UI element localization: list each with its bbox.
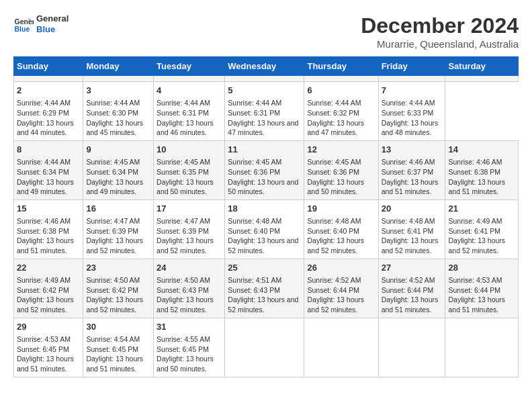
col-header-tuesday: Tuesday <box>154 57 225 76</box>
calendar-cell: 13Sunrise: 4:46 AMSunset: 6:37 PMDayligh… <box>378 140 445 199</box>
daylight-text: Daylight: 13 hours and 51 minutes. <box>17 236 74 255</box>
sunset-text: Sunset: 6:36 PM <box>307 168 359 176</box>
sunset-text: Sunset: 6:35 PM <box>157 168 209 176</box>
calendar-cell <box>225 76 304 82</box>
day-number: 23 <box>86 262 150 274</box>
day-number: 2 <box>17 85 80 97</box>
calendar-cell: 27Sunrise: 4:52 AMSunset: 6:44 PMDayligh… <box>378 259 445 318</box>
day-number: 20 <box>382 203 443 215</box>
calendar-cell <box>304 76 378 82</box>
calendar-cell: 23Sunrise: 4:50 AMSunset: 6:42 PMDayligh… <box>83 259 154 318</box>
sunset-text: Sunset: 6:42 PM <box>17 286 69 294</box>
sunset-text: Sunset: 6:32 PM <box>307 109 359 117</box>
daylight-text: Daylight: 13 hours and 51 minutes. <box>382 295 439 314</box>
sunset-text: Sunset: 6:33 PM <box>382 109 434 117</box>
daylight-text: Daylight: 13 hours and 52 minutes. <box>307 295 364 314</box>
calendar-week-2: 2Sunrise: 4:44 AMSunset: 6:29 PMDaylight… <box>14 82 519 141</box>
calendar-cell: 6Sunrise: 4:44 AMSunset: 6:32 PMDaylight… <box>304 82 378 141</box>
daylight-text: Daylight: 13 hours and 52 minutes. <box>448 236 505 255</box>
page-subtitle: Murarrie, Queensland, Australia <box>361 38 519 50</box>
sunrise-text: Sunrise: 4:44 AM <box>228 99 281 107</box>
daylight-text: Daylight: 13 hours and 47 minutes. <box>307 119 364 137</box>
daylight-text: Daylight: 13 hours and 51 minutes. <box>448 178 505 196</box>
day-number: 17 <box>157 203 222 215</box>
sunset-text: Sunset: 6:43 PM <box>157 286 209 294</box>
calendar-cell <box>154 76 225 82</box>
sunset-text: Sunset: 6:39 PM <box>157 227 209 235</box>
calendar-week-4: 15Sunrise: 4:46 AMSunset: 6:38 PMDayligh… <box>14 199 519 259</box>
sunrise-text: Sunrise: 4:45 AM <box>157 158 210 166</box>
sunrise-text: Sunrise: 4:46 AM <box>382 158 435 166</box>
day-number: 21 <box>448 203 515 215</box>
sunrise-text: Sunrise: 4:53 AM <box>17 335 71 343</box>
sunrise-text: Sunrise: 4:54 AM <box>86 335 140 343</box>
daylight-text: Daylight: 13 hours and 51 minutes. <box>17 355 74 373</box>
sunset-text: Sunset: 6:29 PM <box>17 109 69 117</box>
calendar-week-1 <box>14 76 519 82</box>
sunset-text: Sunset: 6:36 PM <box>228 168 280 176</box>
calendar-cell: 2Sunrise: 4:44 AMSunset: 6:29 PMDaylight… <box>14 82 83 141</box>
sunrise-text: Sunrise: 4:45 AM <box>228 158 281 166</box>
calendar-cell: 16Sunrise: 4:47 AMSunset: 6:39 PMDayligh… <box>83 199 154 259</box>
calendar-cell: 21Sunrise: 4:49 AMSunset: 6:41 PMDayligh… <box>445 199 519 259</box>
col-header-monday: Monday <box>83 57 154 76</box>
sunrise-text: Sunrise: 4:44 AM <box>86 99 140 107</box>
sunrise-text: Sunrise: 4:44 AM <box>382 99 435 107</box>
calendar-cell <box>445 76 519 82</box>
day-number: 13 <box>382 144 443 156</box>
calendar-cell <box>378 318 445 377</box>
col-header-sunday: Sunday <box>14 57 83 76</box>
calendar-week-3: 8Sunrise: 4:44 AMSunset: 6:34 PMDaylight… <box>14 140 519 199</box>
daylight-text: Daylight: 13 hours and 46 minutes. <box>157 119 214 137</box>
sunset-text: Sunset: 6:30 PM <box>86 109 138 117</box>
day-number: 15 <box>17 203 80 215</box>
calendar-cell: 11Sunrise: 4:45 AMSunset: 6:36 PMDayligh… <box>225 140 304 199</box>
calendar-cell: 20Sunrise: 4:48 AMSunset: 6:41 PMDayligh… <box>378 199 445 259</box>
daylight-text: Daylight: 13 hours and 45 minutes. <box>86 119 143 137</box>
day-number: 14 <box>448 144 515 156</box>
calendar-cell <box>304 318 378 377</box>
daylight-text: Daylight: 13 hours and 50 minutes. <box>157 355 214 373</box>
sunrise-text: Sunrise: 4:52 AM <box>307 276 361 284</box>
sunset-text: Sunset: 6:34 PM <box>17 168 69 176</box>
calendar-cell: 25Sunrise: 4:51 AMSunset: 6:43 PMDayligh… <box>225 259 304 318</box>
col-header-saturday: Saturday <box>445 57 519 76</box>
sunrise-text: Sunrise: 4:48 AM <box>382 217 435 225</box>
sunrise-text: Sunrise: 4:52 AM <box>382 276 435 284</box>
sunset-text: Sunset: 6:44 PM <box>307 286 359 294</box>
sunrise-text: Sunrise: 4:50 AM <box>157 276 210 284</box>
daylight-text: Daylight: 13 hours and 52 minutes. <box>86 236 143 255</box>
sunrise-text: Sunrise: 4:50 AM <box>86 276 140 284</box>
sunrise-text: Sunrise: 4:53 AM <box>448 276 502 284</box>
calendar-cell: 10Sunrise: 4:45 AMSunset: 6:35 PMDayligh… <box>154 140 225 199</box>
header: General Blue General Blue December 2024 … <box>13 13 519 50</box>
logo-icon: General Blue <box>13 14 34 34</box>
sunrise-text: Sunrise: 4:48 AM <box>228 217 281 225</box>
sunset-text: Sunset: 6:37 PM <box>382 168 434 176</box>
svg-text:Blue: Blue <box>15 24 30 32</box>
calendar-cell: 15Sunrise: 4:46 AMSunset: 6:38 PMDayligh… <box>14 199 83 259</box>
day-number: 9 <box>86 144 150 156</box>
calendar-cell: 17Sunrise: 4:47 AMSunset: 6:39 PMDayligh… <box>154 199 225 259</box>
sunrise-text: Sunrise: 4:51 AM <box>228 276 281 284</box>
sunrise-text: Sunrise: 4:44 AM <box>17 158 71 166</box>
sunset-text: Sunset: 6:41 PM <box>382 227 434 235</box>
day-number: 27 <box>382 262 443 274</box>
day-number: 29 <box>17 321 80 333</box>
logo: General Blue General Blue <box>13 13 69 34</box>
day-number: 4 <box>157 85 222 97</box>
sunset-text: Sunset: 6:41 PM <box>448 227 500 235</box>
sunset-text: Sunset: 6:45 PM <box>17 345 69 353</box>
day-number: 6 <box>307 85 375 97</box>
calendar-cell: 4Sunrise: 4:44 AMSunset: 6:31 PMDaylight… <box>154 82 225 141</box>
calendar-cell <box>378 76 445 82</box>
day-number: 11 <box>228 144 301 156</box>
daylight-text: Daylight: 13 hours and 50 minutes. <box>307 178 364 196</box>
calendar-week-5: 22Sunrise: 4:49 AMSunset: 6:42 PMDayligh… <box>14 259 519 318</box>
title-area: December 2024 Murarrie, Queensland, Aust… <box>361 13 519 50</box>
day-number: 3 <box>86 85 150 97</box>
day-number: 25 <box>228 262 301 274</box>
daylight-text: Daylight: 13 hours and 51 minutes. <box>448 295 505 314</box>
sunrise-text: Sunrise: 4:55 AM <box>157 335 210 343</box>
calendar-cell: 12Sunrise: 4:45 AMSunset: 6:36 PMDayligh… <box>304 140 378 199</box>
